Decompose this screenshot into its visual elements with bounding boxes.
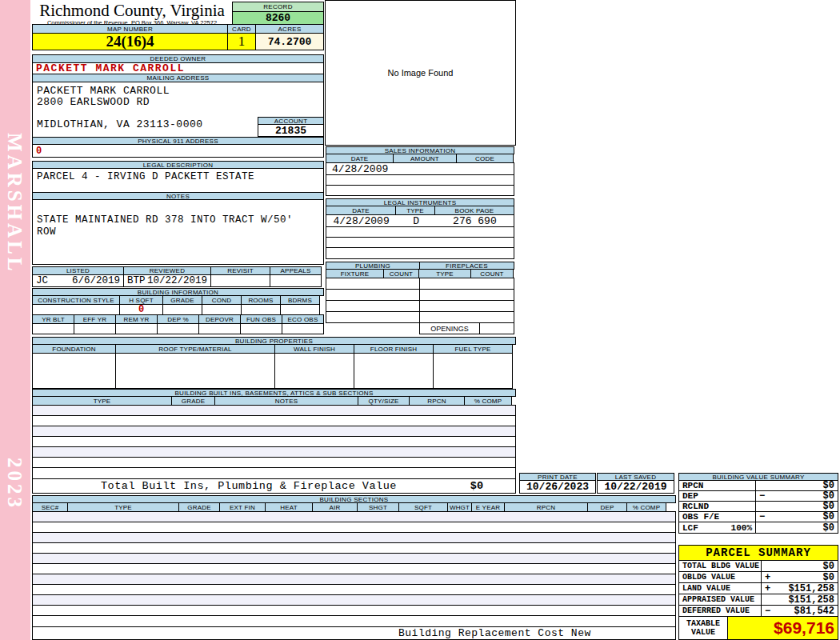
bi-hsqft-value: 0 xyxy=(119,304,163,315)
print-date-value: 10/26/2023 xyxy=(519,480,596,494)
bi-grade-value xyxy=(162,304,202,315)
openings-value xyxy=(479,322,514,334)
ps-obldg-label: OBLDG VALUE xyxy=(678,571,762,583)
instruments-row-2 xyxy=(326,226,514,238)
reviewed-date: 10/22/2019 xyxy=(147,275,207,286)
taxable-label-line2: VALUE xyxy=(691,628,715,637)
built-ins-total-row: Total Built Ins, Plumbing & Fireplace Va… xyxy=(32,478,516,494)
bvs-rpcn-value: $0 xyxy=(823,480,834,491)
pf-row-3 xyxy=(326,300,514,312)
ps-obldg-cell: +$0 xyxy=(761,571,838,583)
bi-cond-value xyxy=(202,304,242,315)
ps-appraised-cell: $151,258 xyxy=(761,594,838,606)
sales-row-3 xyxy=(326,185,514,196)
ps-row-deferred: DEFERRED VALUE −$81,542 xyxy=(678,605,838,617)
mailing-line-1: PACKETT MARK CARROLL xyxy=(37,85,170,97)
ps-land-label: LAND VALUE xyxy=(678,582,762,594)
built-ins-row xyxy=(32,436,516,447)
building-info-values-2 xyxy=(32,323,324,334)
building-sections-row xyxy=(32,532,676,543)
ps-obldg-op: + xyxy=(765,572,770,583)
binder-year-label: 2023 xyxy=(3,458,26,510)
bi-bdrms-value xyxy=(280,304,320,315)
building-sections-row xyxy=(32,574,676,585)
bvs-dep-op: − xyxy=(759,490,765,502)
account-value: 21835 xyxy=(258,124,324,137)
bvs-row-rpcn: RPCN $0 xyxy=(678,480,838,491)
bvs-dep-value: $0 xyxy=(823,490,834,502)
bvs-lcf-pct: 100% xyxy=(731,523,752,533)
bvs-lcf-value: $0 xyxy=(823,522,834,534)
building-sections-row xyxy=(32,563,676,574)
building-sections-footer-row: Building Replacement Cost New xyxy=(32,626,676,640)
ps-land-op: + xyxy=(765,583,770,594)
bvs-obs-label: OBS F/E xyxy=(678,511,756,522)
county-header: Richmond County, Virginia Commissioner o… xyxy=(32,2,232,26)
sales-row-1: 4/28/2009 xyxy=(326,162,514,175)
ps-row-total-bldg: TOTAL BLDG VALUE $0 xyxy=(678,560,838,572)
ps-row-appraised: APPRAISED VALUE $151,258 xyxy=(678,594,838,606)
acres-value: 74.2700 xyxy=(255,33,324,50)
ps-deferred-cell: −$81,542 xyxy=(761,605,838,617)
mailing-line-4: MIDLOTHIAN, VA 23113-0000 xyxy=(37,118,203,130)
sales-row-1-amount xyxy=(394,163,457,174)
bvs-dep-label: DEP xyxy=(678,490,756,502)
map-number-value: 24(16)4 xyxy=(32,33,228,50)
built-ins-row xyxy=(32,446,516,458)
bvs-rpcn-cell: $0 xyxy=(755,480,838,491)
card-value: 1 xyxy=(227,33,256,50)
reviewed-by: BTP xyxy=(127,275,146,286)
notes-line-2: ROW xyxy=(37,226,56,238)
bvs-rclnd-cell: $0 xyxy=(755,501,838,512)
building-properties-values xyxy=(32,353,516,389)
ps-appraised-value: $151,258 xyxy=(788,594,834,606)
bvs-rpcn-label: RPCN xyxy=(678,480,756,491)
notes-line-1: STATE MAINTAINED RD 378 INTO TRACT W/50' xyxy=(37,214,293,226)
property-image-panel: No Image Found xyxy=(325,0,516,146)
bi-construction-style-value xyxy=(32,304,120,315)
pf-row-1 xyxy=(326,278,514,290)
ps-row-obldg: OBLDG VALUE +$0 xyxy=(678,571,838,583)
no-image-text: No Image Found xyxy=(388,68,454,78)
openings-label: OPENINGS xyxy=(419,322,480,334)
ps-deferred-op: − xyxy=(765,606,770,617)
taxable-value-box: $69,716 xyxy=(727,616,838,640)
sales-row-1-code xyxy=(458,163,514,174)
ps-deferred-value: $81,542 xyxy=(794,606,834,617)
bvs-row-dep: DEP −$0 xyxy=(678,490,838,502)
taxable-value-label-box: TAXABLE VALUE xyxy=(678,616,728,640)
ps-land-value: $151,258 xyxy=(788,583,834,594)
building-sections-row xyxy=(32,511,676,522)
sales-row-2 xyxy=(326,174,514,186)
appeals-value xyxy=(270,274,322,287)
building-sections-row xyxy=(32,553,676,564)
built-ins-row xyxy=(32,467,516,479)
legal-description-value: PARCEL 4 - IRVING D PACKETT ESTATE xyxy=(37,171,254,182)
building-sections-row xyxy=(32,594,676,606)
revisit-value xyxy=(210,274,270,287)
listed-value: JC6/6/2019 xyxy=(32,274,124,287)
building-sections-row xyxy=(32,584,676,595)
pf-row-2 xyxy=(326,289,514,301)
building-sections-row xyxy=(32,605,676,616)
county-title: Richmond County, Virginia xyxy=(32,2,232,19)
built-ins-total-value: $0 xyxy=(470,480,483,492)
built-ins-row xyxy=(32,415,516,426)
listed-by: JC xyxy=(36,275,48,286)
built-ins-total-label: Total Built Ins, Plumbing & Fireplace Va… xyxy=(101,480,397,492)
building-sections-row xyxy=(32,522,676,533)
instr-row-1-date: 4/28/2009 xyxy=(326,215,396,226)
ps-deferred-label: DEFERRED VALUE xyxy=(678,605,762,617)
built-ins-row xyxy=(32,457,516,468)
parcel-summary-header: PARCEL SUMMARY xyxy=(678,545,838,561)
mailing-line-2: 2800 EARLSWOOD RD xyxy=(37,96,150,108)
taxable-label-line1: TAXABLE xyxy=(686,619,720,628)
built-ins-row xyxy=(32,405,516,416)
bvs-row-lcf: LCF100% $0 xyxy=(678,522,838,534)
built-ins-row xyxy=(32,426,516,437)
ps-land-cell: +$151,258 xyxy=(761,582,838,594)
bvs-lcf-label: LCF xyxy=(682,523,698,533)
bvs-obs-value: $0 xyxy=(823,511,834,522)
bvs-lcf-cell: $0 xyxy=(755,522,838,534)
notes-box: STATE MAINTAINED RD 378 INTO TRACT W/50'… xyxy=(32,199,324,265)
